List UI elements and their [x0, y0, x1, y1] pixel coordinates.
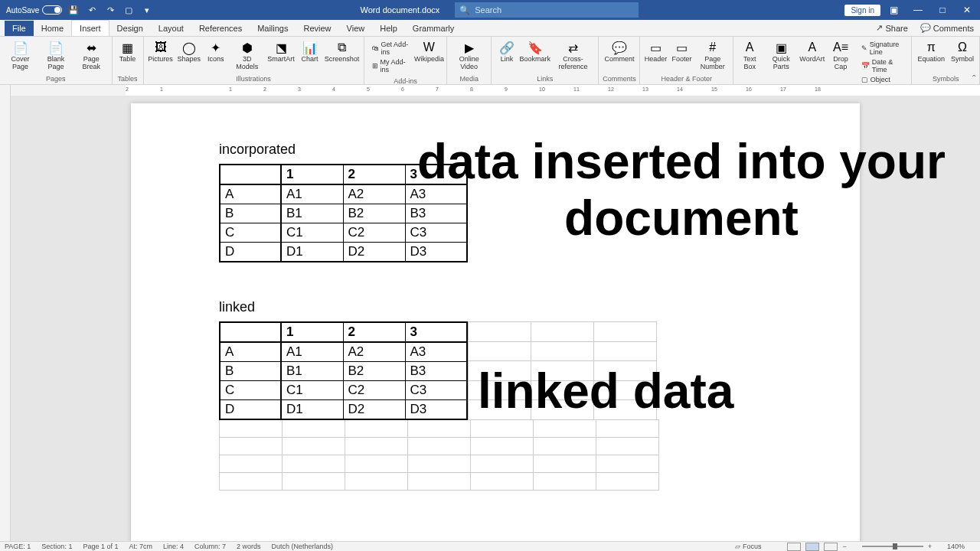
- status-at[interactable]: At: 7cm: [129, 543, 152, 550]
- table-cell: D1: [281, 400, 343, 420]
- present-icon[interactable]: ▢: [122, 3, 136, 17]
- comments-button[interactable]: 💬Comments: [914, 21, 980, 34]
- tab-view[interactable]: View: [339, 21, 373, 36]
- ruler-tick: 6: [401, 86, 404, 92]
- table-header: 3: [405, 322, 467, 342]
- header-button[interactable]: ▭Header: [643, 38, 668, 65]
- print-layout-icon[interactable]: [805, 543, 819, 551]
- 3dmodels-button[interactable]: ⬢3D Models: [230, 38, 265, 73]
- status-column[interactable]: Column: 7: [194, 543, 226, 550]
- share-button[interactable]: ↗Share: [870, 21, 913, 34]
- status-line[interactable]: Line: 4: [163, 543, 184, 550]
- equation-button[interactable]: πEquation: [915, 38, 947, 65]
- zoom-slider[interactable]: [862, 546, 923, 547]
- tab-mailings[interactable]: Mailings: [250, 21, 296, 36]
- table-header: 1: [281, 322, 343, 342]
- signin-button[interactable]: Sign in: [844, 5, 880, 16]
- minimize-icon[interactable]: —: [906, 0, 929, 20]
- tab-design[interactable]: Design: [109, 21, 151, 36]
- empty-cell: [345, 420, 408, 438]
- status-lang[interactable]: Dutch (Netherlands): [272, 543, 334, 550]
- screenshot-button[interactable]: ⧉Screenshot: [324, 38, 361, 65]
- signature-button[interactable]: ✎Signature Line: [860, 40, 906, 57]
- comment-button[interactable]: 💬Comment: [602, 38, 636, 65]
- link-button[interactable]: 🔗Link: [495, 38, 519, 65]
- crossref-button[interactable]: ⇄Cross- reference: [550, 38, 595, 73]
- cover-page-button[interactable]: 📄Cover Page: [3, 38, 38, 73]
- wikipedia-button[interactable]: WWikipedia: [414, 38, 443, 65]
- tab-home[interactable]: Home: [34, 21, 71, 36]
- undo-icon[interactable]: ↶: [85, 3, 99, 17]
- status-pageof[interactable]: Page 1 of 1: [83, 543, 118, 550]
- icons-button[interactable]: ✦Icons: [204, 38, 228, 65]
- blank-page-button[interactable]: 📄Blank Page: [39, 38, 73, 73]
- save-icon[interactable]: 💾: [67, 3, 80, 17]
- smartart-button[interactable]: ⬔SmartArt: [266, 38, 296, 65]
- status-section[interactable]: Section: 1: [41, 543, 72, 550]
- vertical-ruler[interactable]: [0, 96, 11, 541]
- group-label-links: Links: [495, 73, 596, 84]
- empty-cell: [345, 455, 408, 473]
- tab-layout[interactable]: Layout: [151, 21, 191, 36]
- object-button[interactable]: ▢Object: [860, 75, 906, 84]
- autosave-toggle[interactable]: AutoSave: [6, 5, 62, 15]
- my-addins-button[interactable]: ⊞My Add-ins: [371, 57, 410, 74]
- tab-references[interactable]: References: [191, 21, 250, 36]
- tab-help[interactable]: Help: [372, 21, 405, 36]
- bookmark-button[interactable]: 🔖Bookmark: [521, 38, 549, 65]
- collapse-ribbon-icon[interactable]: ⌃: [971, 73, 977, 82]
- zoom-out-icon[interactable]: −: [842, 543, 846, 550]
- get-addins-button[interactable]: 🛍Get Add-ins: [371, 40, 410, 57]
- zoom-in-icon[interactable]: +: [928, 543, 932, 550]
- page-scroll[interactable]: incorporated 123AA1A2A3BB1B2B3CC1C2C3DD1…: [11, 96, 980, 541]
- close-icon[interactable]: ✕: [956, 0, 978, 20]
- pictures-button[interactable]: 🖼Pictures: [147, 38, 175, 65]
- datetime-button[interactable]: 📅Date & Time: [860, 57, 906, 74]
- table-cell: A: [220, 342, 281, 362]
- empty-cell: [596, 473, 659, 491]
- empty-cell: [469, 322, 531, 342]
- wikipedia-icon: W: [421, 40, 436, 55]
- empty-cell: [531, 341, 594, 361]
- tab-grammarly[interactable]: Grammarly: [405, 21, 462, 36]
- focus-mode-button[interactable]: ▱ Focus: [735, 543, 772, 550]
- linked-table: 123AA1A2A3BB1B2B3CC1C2C3DD1D2D3: [219, 321, 468, 420]
- web-layout-icon[interactable]: [824, 543, 838, 551]
- symbol-button[interactable]: ΩSymbol: [949, 38, 976, 65]
- quickparts-icon: ▣: [773, 40, 789, 55]
- textbox-button[interactable]: AText Box: [737, 38, 763, 73]
- wordart-button[interactable]: AWordArt: [799, 38, 825, 65]
- chart-button[interactable]: 📊Chart: [298, 38, 322, 65]
- dropcap-button[interactable]: A≡Drop Cap: [826, 38, 855, 73]
- ruler-tick: 15: [711, 86, 717, 92]
- tab-file[interactable]: File: [5, 21, 34, 36]
- ruler-tick: 2: [263, 86, 266, 92]
- qat-customize-icon[interactable]: ▾: [140, 3, 154, 17]
- pagenum-button[interactable]: #Page Number: [695, 38, 730, 73]
- pagenum-icon: #: [705, 40, 720, 55]
- horizontal-ruler[interactable]: 21123456789101112131415161718: [0, 85, 980, 96]
- tab-insert[interactable]: Insert: [71, 20, 109, 36]
- redo-icon[interactable]: ↷: [103, 3, 117, 17]
- maximize-icon[interactable]: □: [931, 0, 954, 20]
- read-mode-icon[interactable]: [787, 543, 801, 551]
- ruler-tick: 1: [160, 86, 163, 92]
- ribbon-display-icon[interactable]: ▣: [882, 0, 905, 20]
- tab-review[interactable]: Review: [296, 21, 339, 36]
- empty-cell: [408, 420, 471, 438]
- ruler-tick: 18: [815, 86, 821, 92]
- search-input[interactable]: 🔍 Search: [455, 2, 639, 18]
- zoom-level[interactable]: 140%: [947, 543, 965, 550]
- empty-cell: [471, 438, 534, 455]
- quickparts-button[interactable]: ▣Quick Parts: [764, 38, 798, 73]
- screenshot-icon: ⧉: [335, 40, 350, 55]
- status-words[interactable]: 2 words: [237, 543, 261, 550]
- online-video-button[interactable]: ▶Online Video: [450, 38, 488, 73]
- footer-button[interactable]: ▭Footer: [669, 38, 694, 65]
- table-button[interactable]: ▦Table: [116, 38, 140, 65]
- empty-cell: [220, 455, 283, 473]
- title-bar: AutoSave 💾 ↶ ↷ ▢ ▾ Word document.docx 🔍 …: [0, 0, 980, 20]
- shapes-button[interactable]: ◯Shapes: [176, 38, 202, 65]
- status-page[interactable]: PAGE: 1: [5, 543, 31, 550]
- page-break-button[interactable]: ⬌Page Break: [74, 38, 109, 73]
